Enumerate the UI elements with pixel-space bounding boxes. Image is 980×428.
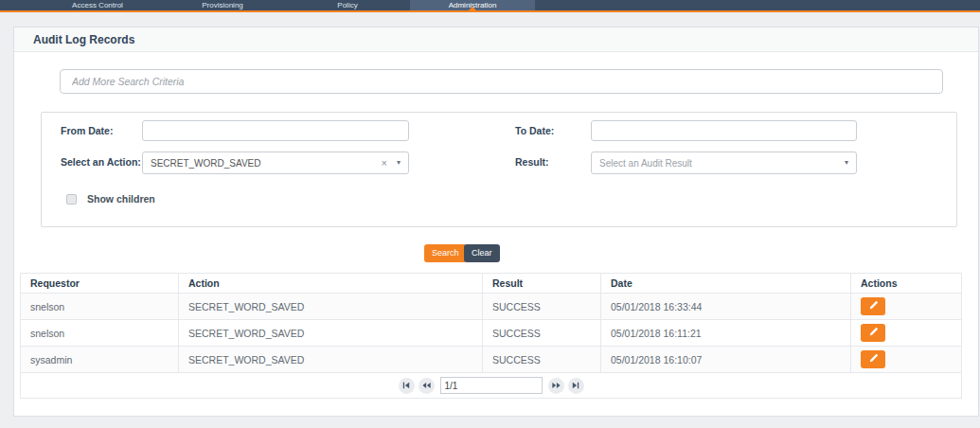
cell-requestor: snelson <box>21 320 179 347</box>
pagination-row <box>21 373 962 399</box>
cell-result: SUCCESS <box>483 294 601 320</box>
first-page-button[interactable] <box>399 378 415 394</box>
pagination <box>30 377 952 394</box>
search-criteria-input[interactable] <box>60 69 943 94</box>
cell-result: SUCCESS <box>483 347 601 373</box>
cell-requestor: snelson <box>21 294 179 320</box>
page-title: Audit Log Records <box>14 27 978 52</box>
tab-policy[interactable]: Policy <box>285 0 410 10</box>
cell-date: 05/01/2018 16:11:21 <box>601 320 851 347</box>
action-label: Select an Action: <box>61 156 141 168</box>
show-children-checkbox[interactable] <box>66 194 77 205</box>
skip-last-icon <box>572 382 579 389</box>
cell-result: SUCCESS <box>483 320 601 347</box>
table-header-row: Requestor Action Result Date Actions <box>21 274 962 294</box>
tab-provisioning[interactable]: Provisioning <box>160 0 285 10</box>
search-button[interactable]: Search <box>424 244 467 262</box>
edit-row-button[interactable] <box>861 350 885 368</box>
next-page-button[interactable] <box>548 378 564 394</box>
cell-date: 05/01/2018 16:10:07 <box>601 347 851 373</box>
fast-forward-icon <box>552 382 561 389</box>
to-date-input[interactable] <box>591 120 857 141</box>
from-date-label: From Date: <box>61 125 113 136</box>
chevron-down-icon: ▾ <box>397 159 401 167</box>
audit-log-table: Requestor Action Result Date Actions sne… <box>20 273 962 399</box>
cell-action: SECRET_WORD_SAVED <box>179 347 483 373</box>
clear-selection-icon[interactable]: × <box>382 158 387 169</box>
edit-row-button[interactable] <box>861 297 885 315</box>
chevron-down-icon: ▾ <box>845 159 848 167</box>
cell-date: 05/01/2018 16:33:44 <box>601 294 851 320</box>
filter-box: From Date: To Date: Select an Action: SE… <box>41 112 957 227</box>
pencil-icon <box>868 299 879 313</box>
tab-administration[interactable]: Administration <box>410 0 535 10</box>
audit-log-panel: Audit Log Records From Date: To Date: Se… <box>13 27 979 417</box>
to-date-label: To Date: <box>515 125 554 136</box>
clear-button[interactable]: Clear <box>464 244 500 262</box>
cell-action: SECRET_WORD_SAVED <box>179 294 483 320</box>
cell-action: SECRET_WORD_SAVED <box>179 320 483 347</box>
page-number-input[interactable] <box>440 377 543 394</box>
top-nav: Access Control Provisioning Policy Admin… <box>0 0 980 12</box>
previous-page-button[interactable] <box>419 378 435 394</box>
column-header-action: Action <box>179 274 483 294</box>
table-row: sysadmin SECRET_WORD_SAVED SUCCESS 05/01… <box>21 347 962 373</box>
pencil-icon <box>868 326 879 340</box>
table-row: snelson SECRET_WORD_SAVED SUCCESS 05/01/… <box>21 294 962 320</box>
column-header-date: Date <box>601 274 851 294</box>
last-page-button[interactable] <box>568 378 584 394</box>
result-select[interactable]: Select an Audit Result ▾ <box>591 152 857 174</box>
cell-requestor: sysadmin <box>21 347 179 373</box>
fast-backward-icon <box>422 382 431 389</box>
pencil-icon <box>868 352 879 366</box>
column-header-result: Result <box>483 274 601 294</box>
table-row: snelson SECRET_WORD_SAVED SUCCESS 05/01/… <box>21 320 962 347</box>
from-date-input[interactable] <box>142 120 409 141</box>
result-label: Result: <box>515 156 549 168</box>
action-select-value: SECRET_WORD_SAVED <box>151 158 382 169</box>
show-children-label: Show children <box>87 193 155 205</box>
column-header-requestor: Requestor <box>21 274 179 294</box>
skip-first-icon <box>402 382 410 389</box>
column-header-actions: Actions <box>851 274 962 294</box>
edit-row-button[interactable] <box>861 324 885 342</box>
tab-access-control[interactable]: Access Control <box>35 0 160 10</box>
action-select[interactable]: SECRET_WORD_SAVED × ▾ <box>142 152 409 174</box>
result-select-placeholder: Select an Audit Result <box>599 158 845 169</box>
